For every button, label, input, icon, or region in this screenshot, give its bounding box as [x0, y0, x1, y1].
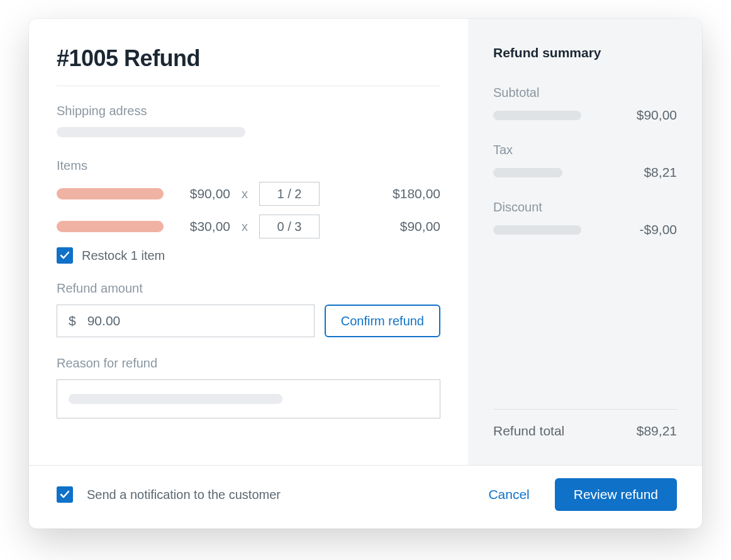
currency-prefix: $	[69, 313, 76, 328]
refund-amount-input-wrap[interactable]: $	[57, 305, 315, 337]
summary-divider	[493, 409, 677, 410]
reason-label: Reason for refund	[57, 356, 440, 371]
shipping-section: Shipping adress	[57, 104, 440, 137]
shipping-label: Shipping adress	[57, 104, 440, 118]
item-row: $90,00 x $180,00	[57, 182, 440, 206]
tax-label: Tax	[493, 143, 677, 157]
tax-value: $8,21	[644, 165, 677, 180]
subtotal-label: Subtotal	[493, 86, 677, 100]
refund-amount-input[interactable]	[87, 313, 303, 328]
refund-total-label: Refund total	[493, 423, 564, 439]
reason-placeholder	[69, 394, 282, 404]
modal-content: #1005 Refund Shipping adress Items $90,0…	[29, 19, 702, 465]
page-title: #1005 Refund	[57, 45, 440, 72]
subtotal-value: $90,00	[637, 108, 677, 123]
item-name-placeholder	[57, 221, 164, 232]
shipping-address-placeholder	[57, 127, 245, 137]
refund-modal: #1005 Refund Shipping adress Items $90,0…	[29, 19, 702, 529]
item-unit-price: $30,00	[174, 219, 230, 234]
summary-discount-row: Discount -$9,00	[493, 200, 677, 237]
item-line-total: $90,00	[330, 219, 440, 234]
refund-amount-row: $ Confirm refund	[57, 305, 440, 337]
reason-input[interactable]	[57, 379, 440, 418]
discount-label: Discount	[493, 200, 677, 215]
item-qty-input[interactable]	[259, 215, 320, 238]
notify-checkbox[interactable]	[57, 486, 73, 503]
refund-amount-section: Refund amount $ Confirm refund	[57, 281, 440, 337]
items-section: Items $90,00 x $180,00 $30,00 x $90,00	[57, 159, 440, 264]
tax-placeholder	[493, 168, 562, 177]
subtotal-placeholder	[493, 111, 581, 120]
summary-title: Refund summary	[493, 45, 677, 60]
modal-footer: Send a notification to the customer Canc…	[29, 465, 702, 529]
divider-top	[57, 86, 440, 86]
check-icon	[60, 250, 70, 260]
discount-placeholder	[493, 225, 581, 235]
cancel-button[interactable]: Cancel	[477, 481, 540, 508]
restock-checkbox[interactable]	[57, 247, 73, 264]
restock-label: Restock 1 item	[82, 249, 165, 263]
notify-label: Send a notification to the customer	[87, 488, 281, 502]
multiply-icon: x	[242, 187, 248, 201]
restock-row: Restock 1 item	[57, 247, 440, 264]
main-panel: #1005 Refund Shipping adress Items $90,0…	[29, 19, 468, 465]
summary-tax-row: Tax $8,21	[493, 143, 677, 180]
item-line-total: $180,00	[330, 186, 440, 201]
check-icon	[60, 490, 70, 500]
summary-sidebar: Refund summary Subtotal $90,00 Tax $8,21…	[468, 19, 702, 465]
item-row: $30,00 x $90,00	[57, 215, 440, 238]
item-unit-price: $90,00	[174, 186, 230, 201]
refund-total-value: $89,21	[637, 423, 677, 439]
multiply-icon: x	[242, 220, 248, 234]
refund-amount-label: Refund amount	[57, 281, 440, 296]
discount-value: -$9,00	[639, 222, 677, 237]
items-label: Items	[57, 159, 440, 173]
confirm-refund-button[interactable]: Confirm refund	[325, 305, 440, 337]
refund-total-row: Refund total $89,21	[493, 423, 677, 439]
item-name-placeholder	[57, 188, 164, 199]
summary-subtotal-row: Subtotal $90,00	[493, 86, 677, 123]
item-qty-input[interactable]	[259, 182, 320, 206]
review-refund-button[interactable]: Review refund	[555, 478, 677, 511]
reason-section: Reason for refund	[57, 356, 440, 418]
